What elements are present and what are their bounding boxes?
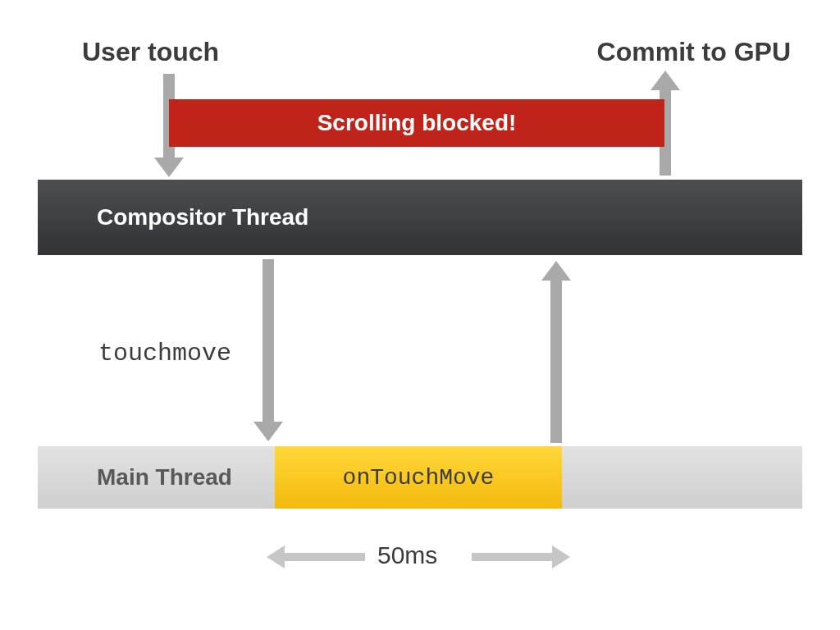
main-thread-lane: Main Thread onTouchMove — [38, 446, 802, 509]
label-duration: 50ms — [377, 541, 437, 569]
scrolling-blocked-banner: Scrolling blocked! — [169, 99, 664, 147]
duration-arrow-left-icon — [283, 553, 365, 561]
arrow-return-up-icon — [550, 279, 562, 443]
diagram-stage: User touch Commit to GPU Scrolling block… — [0, 0, 840, 630]
label-commit-to-gpu: Commit to GPU — [597, 38, 791, 66]
compositor-thread-lane: Compositor Thread — [38, 180, 802, 255]
arrow-touchmove-down-icon — [262, 259, 274, 423]
ontouchmove-label: onTouchMove — [343, 465, 495, 491]
label-user-touch: User touch — [82, 38, 219, 66]
label-touchmove: touchmove — [98, 340, 231, 368]
ontouchmove-handler-block: onTouchMove — [275, 446, 562, 509]
duration-arrow-right-icon — [472, 553, 554, 561]
main-thread-label: Main Thread — [97, 464, 232, 491]
compositor-thread-label: Compositor Thread — [97, 204, 308, 231]
